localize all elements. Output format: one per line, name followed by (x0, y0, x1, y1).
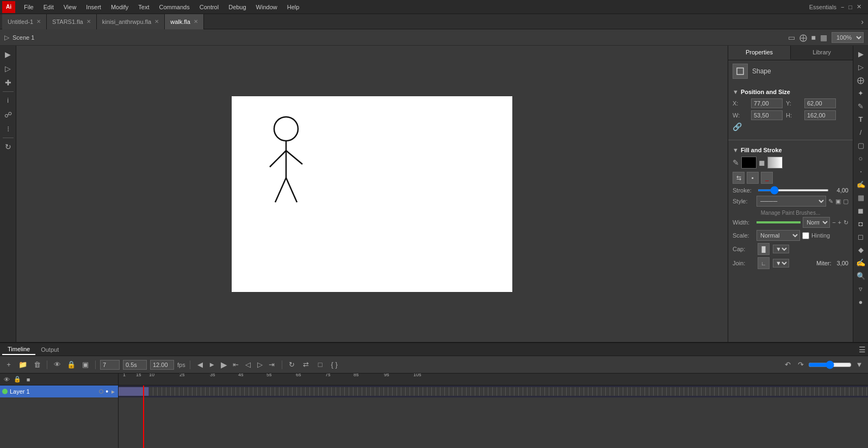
scale-select[interactable]: Normal Horizontal Vertical None (757, 230, 800, 241)
hinting-checkbox[interactable] (802, 232, 809, 239)
tl-outline-icon[interactable]: ▣ (80, 359, 91, 370)
props-tab-library[interactable]: Library (791, 46, 853, 60)
selection-tool[interactable]: ▶ (2, 48, 15, 61)
lasso-tool-rt[interactable]: ✦ (855, 87, 867, 99)
tl-prev-frame-icon[interactable]: ◀ (195, 359, 206, 370)
menu-debug[interactable]: Debug (224, 3, 250, 11)
tl-loop-icon[interactable]: ↻ (287, 359, 297, 370)
tl-sync-icon[interactable]: ⇄ (301, 359, 312, 370)
tl-expand-icon[interactable]: ▼ (854, 359, 865, 370)
hand-tool-rt[interactable]: ✍ (855, 257, 867, 269)
menu-help[interactable]: Help (283, 3, 304, 11)
tab-output[interactable]: Output (35, 345, 64, 354)
restore-icon[interactable]: □ (848, 4, 852, 10)
eyedrop-tool-rt[interactable]: ◆ (855, 244, 867, 256)
camera-icon[interactable]: ▭ (788, 33, 795, 42)
fill-color-swatch[interactable] (767, 157, 783, 169)
fps-input[interactable] (150, 360, 174, 370)
subselection-tool[interactable]: ▷ (2, 62, 15, 75)
tl-next-frame-icon[interactable]: ► (207, 359, 218, 370)
w-input[interactable] (751, 110, 783, 120)
stroke-slider[interactable] (758, 189, 829, 191)
tl-play-icon[interactable]: ▶ (219, 359, 230, 370)
rotate-tool[interactable]: ↻ (2, 140, 15, 153)
minimize-icon[interactable]: − (841, 4, 844, 10)
menu-control[interactable]: Control (195, 3, 223, 11)
ink-tool-rt[interactable]: ◘ (855, 217, 867, 229)
menu-file[interactable]: File (20, 3, 38, 11)
links-tool[interactable]: ☍ (2, 108, 15, 121)
manage-brushes-text[interactable]: Manage Paint Brushes... (733, 209, 848, 217)
style-select[interactable]: ──── - - - - · · · · (757, 196, 826, 207)
menu-text[interactable]: Text (134, 3, 153, 11)
tl-folder-icon[interactable]: 📁 (17, 359, 28, 370)
chain-icon[interactable]: 🔗 (733, 122, 742, 131)
style-opt2-icon[interactable]: ▢ (843, 198, 848, 205)
tl-goto-end-icon[interactable]: ⇥ (266, 359, 277, 370)
solid-icon[interactable]: ▪ (747, 172, 759, 184)
brush-tool-rt[interactable]: ▦ (855, 191, 867, 203)
transform-tool-rt[interactable]: ⨁ (855, 74, 867, 86)
tl-code-icon[interactable]: { } (329, 359, 340, 370)
tl-new-layer-icon[interactable]: + (3, 359, 14, 370)
menu-window[interactable]: Window (252, 3, 282, 11)
join-select[interactable]: ▼ (773, 259, 789, 267)
cap-select[interactable]: ▼ (773, 245, 789, 253)
menu-view[interactable]: View (59, 3, 81, 11)
width-plus-icon[interactable]: + (838, 219, 841, 226)
y-input[interactable] (804, 98, 836, 108)
tl-hide-col-icon[interactable]: 👁 (2, 376, 11, 383)
close-icon[interactable]: ✕ (857, 3, 861, 10)
menu-insert[interactable]: Insert (82, 3, 106, 11)
tl-layer-arrow[interactable]: ► (110, 389, 116, 395)
paint-bucket-icon[interactable]: ◼ (759, 158, 765, 167)
join-miter-btn[interactable]: ∟ (758, 257, 770, 269)
stroke-color-swatch[interactable] (741, 157, 757, 169)
tl-outline-col-icon[interactable]: ■ (24, 376, 33, 383)
menu-commands[interactable]: Commands (154, 3, 194, 11)
tl-undo-icon[interactable]: ↶ (782, 359, 793, 370)
tl-clip-icon[interactable]: □ (315, 359, 326, 370)
tl-lock-icon[interactable]: 🔒 (66, 359, 77, 370)
none-icon[interactable]: ⎯ (761, 172, 773, 184)
transform-tool[interactable]: ✚ (2, 76, 15, 89)
tab-untitled1[interactable]: Untitled-1 ✕ (2, 14, 47, 29)
tl-step-back-icon[interactable]: ◁ (243, 359, 253, 370)
layout-icon[interactable]: ▦ (820, 33, 827, 42)
tab-stars1[interactable]: STARS1.fla ✕ (47, 14, 97, 29)
shape-icon[interactable] (733, 64, 748, 79)
eraser-tool-rt[interactable]: ◻ (855, 231, 867, 242)
info-tool[interactable]: i (2, 94, 15, 107)
tl-lock-col-icon[interactable]: 🔒 (13, 376, 22, 383)
tab-walk[interactable]: walk.fla ✕ (165, 14, 204, 29)
new-tab-icon[interactable]: › (861, 17, 864, 26)
grid-tool[interactable]: ⁝ (2, 122, 15, 135)
pencil-tool-rt[interactable]: ✍ (855, 178, 867, 190)
props-tab-properties[interactable]: Properties (728, 46, 791, 60)
cap-round-btn[interactable]: █ (758, 243, 770, 255)
h-input[interactable] (804, 110, 836, 120)
arrow-tool-rt[interactable]: ▶ (855, 48, 867, 60)
zoom-select[interactable]: 100% 50% 75% 150% 200% (832, 32, 864, 43)
width-minus-icon[interactable]: − (832, 219, 835, 226)
style-edit-icon[interactable]: ✎ (828, 198, 833, 205)
oval-tool-rt[interactable]: ○ (855, 152, 867, 164)
text-tool-rt[interactable]: T (855, 113, 867, 125)
pen-tool-rt[interactable]: ✎ (855, 100, 867, 112)
menu-edit[interactable]: Edit (39, 3, 58, 11)
paint-tool-rt[interactable]: ◼ (855, 204, 867, 216)
grid-icon[interactable]: ■ (811, 33, 816, 42)
tab-kinisi-close[interactable]: ✕ (154, 18, 159, 24)
timeline-menu-icon[interactable]: ☰ (859, 345, 866, 354)
tl-redo-icon[interactable]: ↷ (795, 359, 806, 370)
tl-delete-icon[interactable]: 🗑 (32, 359, 42, 370)
swap-icon[interactable]: ⇆ (733, 172, 745, 184)
tab-kinisi[interactable]: kinisi_anthrwpu.fla ✕ (97, 14, 165, 29)
tab-untitled1-close[interactable]: ✕ (36, 18, 41, 24)
tab-stars1-close[interactable]: ✕ (86, 18, 91, 24)
pencil-icon[interactable]: ✎ (733, 158, 739, 167)
menu-modify[interactable]: Modify (107, 3, 133, 11)
debug-tool-rt[interactable]: ● (855, 296, 867, 308)
tab-timeline[interactable]: Timeline (2, 344, 35, 355)
rect-tool-rt[interactable]: ▢ (855, 139, 867, 151)
